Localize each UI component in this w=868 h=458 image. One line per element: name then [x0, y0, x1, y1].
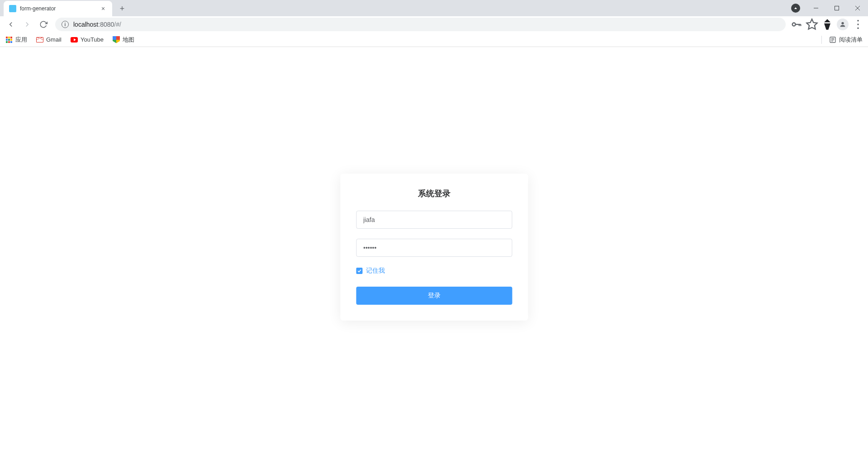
- svg-point-10: [857, 20, 859, 22]
- svg-point-11: [857, 24, 859, 25]
- username-input[interactable]: [356, 211, 512, 229]
- reading-list-label: 阅读清单: [839, 36, 863, 44]
- bookmark-label: Gmail: [46, 36, 62, 43]
- minimize-button[interactable]: [806, 0, 826, 16]
- youtube-icon: [71, 36, 78, 43]
- menu-button[interactable]: [852, 18, 864, 31]
- svg-point-9: [841, 22, 844, 24]
- profile-button[interactable]: [836, 18, 849, 31]
- site-info-icon[interactable]: i: [62, 21, 69, 28]
- bookmark-star-icon[interactable]: [806, 18, 818, 31]
- back-button[interactable]: [4, 17, 18, 32]
- bookmark-label: YouTube: [81, 36, 104, 43]
- omnibox[interactable]: i localhost:8080/#/: [55, 18, 786, 31]
- reading-list-button[interactable]: 阅读清单: [821, 36, 863, 44]
- bookmark-maps[interactable]: 地图: [113, 36, 134, 44]
- favicon-icon: [9, 5, 16, 12]
- remember-me-label[interactable]: 记住我: [366, 267, 385, 275]
- maps-icon: [113, 36, 120, 43]
- extension-icon[interactable]: [821, 18, 834, 31]
- password-input[interactable]: [356, 239, 512, 257]
- bookmark-gmail[interactable]: Gmail: [36, 36, 62, 43]
- new-tab-button[interactable]: +: [116, 2, 128, 15]
- tab-title: form-generator: [20, 5, 96, 12]
- svg-point-4: [792, 23, 796, 26]
- browser-tab[interactable]: form-generator ×: [4, 1, 112, 16]
- close-tab-icon[interactable]: ×: [100, 5, 107, 12]
- remember-me-row: 记住我: [356, 267, 512, 275]
- window-controls: [806, 0, 868, 16]
- login-button[interactable]: 登录: [356, 287, 512, 305]
- check-icon: [357, 269, 361, 273]
- page-content: 系统登录 记住我 登录: [0, 47, 868, 458]
- login-title: 系统登录: [356, 188, 512, 199]
- list-icon: [829, 36, 836, 43]
- browser-chrome: form-generator × + i localhost:8080/#/: [0, 0, 868, 47]
- address-bar: i localhost:8080/#/: [0, 16, 868, 33]
- apps-grid-icon: [5, 36, 13, 43]
- forward-button[interactable]: [20, 17, 34, 32]
- maximize-button[interactable]: [826, 0, 847, 16]
- extension-badge-icon[interactable]: [791, 4, 800, 13]
- url-text: localhost:8080/#/: [73, 21, 121, 28]
- bookmarks-bar: 应用 Gmail YouTube 地图 阅读清单: [0, 33, 868, 47]
- gmail-icon: [36, 36, 43, 43]
- bookmark-apps[interactable]: 应用: [5, 36, 27, 44]
- reload-button[interactable]: [36, 17, 51, 32]
- login-card: 系统登录 记住我 登录: [340, 174, 528, 321]
- bookmark-youtube[interactable]: YouTube: [71, 36, 104, 43]
- bookmark-label: 地图: [123, 36, 134, 44]
- svg-marker-8: [806, 19, 817, 29]
- svg-rect-1: [835, 6, 839, 10]
- svg-point-12: [857, 27, 859, 29]
- toolbar-icons: [790, 18, 864, 31]
- password-key-icon[interactable]: [790, 18, 803, 31]
- bookmark-label: 应用: [15, 36, 27, 44]
- remember-me-checkbox[interactable]: [356, 268, 362, 274]
- tab-bar: form-generator × +: [0, 0, 868, 16]
- close-window-button[interactable]: [847, 0, 868, 16]
